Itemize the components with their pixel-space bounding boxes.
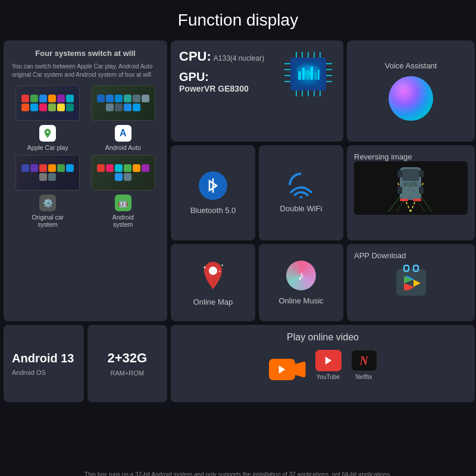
online-music-label: Online Music [278, 296, 323, 305]
gpu-model: PowerVR GE8300 [179, 84, 264, 93]
android-ram-row: Android 13 Android OS 2+32G RAM+ROM [4, 325, 167, 402]
camera-body [294, 361, 306, 378]
carplay-label: Apple Car play [27, 144, 68, 151]
cpu-label: CPU: [179, 49, 211, 64]
bluetooth-card: Bluetooth 5.0 [171, 145, 255, 240]
youtube-app: YouTube [315, 350, 342, 380]
video-apps: YouTube N Netflix [178, 350, 468, 380]
reversing-image [354, 161, 468, 215]
original-car-item: ⚙️ Original carsystem [12, 155, 84, 228]
system-icons-grid: Apple Car play [12, 85, 159, 228]
video-title: Play online video [178, 332, 468, 343]
bluetooth-label: Bluetooth 5.0 [190, 206, 236, 215]
netflix-icon: N [351, 350, 377, 371]
siri-icon [389, 76, 433, 121]
bt-wifi-row: Bluetooth 5.0 Double WiFi [171, 145, 343, 240]
android-system-icon: 🤖 [115, 195, 131, 211]
svg-rect-40 [397, 187, 402, 194]
bottom-note: This box runs on a 32-bit Android system… [0, 466, 476, 476]
svg-rect-39 [419, 170, 424, 177]
netflix-app: N Netflix [351, 350, 377, 380]
svg-text:✦: ✦ [203, 265, 206, 270]
svg-rect-44 [396, 269, 426, 296]
android-system-item: 🤖 Androidsystem [87, 155, 159, 228]
original-car-label: Original carsystem [32, 214, 64, 228]
svg-point-28 [209, 267, 217, 275]
svg-point-26 [296, 65, 320, 74]
carplay-icon [39, 125, 56, 142]
svg-text:✦: ✦ [221, 264, 224, 267]
android-version: Android 13 [12, 352, 76, 365]
android-auto-screen [91, 85, 155, 121]
svg-rect-24 [314, 73, 317, 80]
ram-size: 2+32G [107, 350, 147, 366]
four-systems-card: Four systems switch at will You can swit… [4, 40, 167, 321]
play-store-icon [354, 260, 468, 302]
svg-marker-49 [325, 356, 331, 365]
cpu-model: A133(4 nuclear) [214, 54, 264, 62]
online-music-card: ♪ Online Music [259, 244, 343, 321]
four-systems-desc: You can switch between Apple Car play, A… [12, 62, 159, 79]
android-system-label: Androidsystem [112, 214, 134, 228]
original-car-icon: ⚙️ [39, 195, 56, 211]
map-icon: ✦ ✦ ✦ [198, 259, 228, 292]
reversing-card: Reversing image [347, 145, 475, 240]
android-system-screen [91, 155, 155, 190]
four-systems-heading: Four systems switch at will [12, 49, 159, 58]
svg-rect-36 [402, 169, 419, 181]
bluetooth-icon [199, 171, 227, 200]
svg-rect-37 [403, 182, 418, 187]
android-auto-label: Android Auto [105, 144, 141, 151]
original-car-screen [15, 155, 80, 190]
cpu-chip-icon [281, 49, 335, 99]
svg-rect-41 [419, 187, 424, 194]
online-map-label: Online Map [193, 298, 233, 306]
page-title: Function display [0, 0, 476, 37]
carplay-item: Apple Car play [12, 85, 84, 151]
svg-text:✦: ✦ [218, 270, 221, 273]
video-card: Play online video YouTube [171, 325, 475, 402]
android-sub: Android OS [12, 369, 76, 376]
android-version-card: Android 13 Android OS [4, 325, 84, 402]
youtube-icon [315, 350, 342, 371]
cpu-card: CPU: A133(4 nuclear) GPU: PowerVR GE8300 [171, 40, 343, 142]
voice-label: Voice Assistant [385, 61, 437, 70]
double-wifi-card: Double WiFi [259, 145, 343, 240]
video-camera-app [269, 359, 306, 380]
ram-sub: RAM+ROM [110, 369, 144, 377]
app-download-label: APP Download [354, 251, 468, 260]
reversing-label: Reversing image [354, 152, 468, 161]
video-play-icon [269, 359, 295, 380]
android-auto-item: A Android Auto [87, 85, 159, 151]
wifi-icon [289, 173, 314, 198]
gpu-label: GPU: [179, 70, 264, 84]
app-download-card: APP Download [347, 244, 475, 321]
map-music-row: ✦ ✦ ✦ Online Map ♪ Online Music [171, 244, 343, 321]
voice-assistant-card: Voice Assistant [347, 40, 475, 142]
online-map-card: ✦ ✦ ✦ Online Map [171, 244, 255, 321]
youtube-label: YouTube [317, 374, 340, 380]
carplay-screen [15, 85, 80, 121]
netflix-label: Netflix [356, 374, 372, 380]
double-wifi-label: Double WiFi [280, 204, 322, 213]
ram-card: 2+32G RAM+ROM [87, 325, 168, 402]
svg-marker-48 [278, 365, 285, 374]
android-auto-icon: A [115, 125, 131, 142]
svg-rect-38 [397, 170, 402, 177]
music-icon: ♪ [286, 261, 316, 290]
